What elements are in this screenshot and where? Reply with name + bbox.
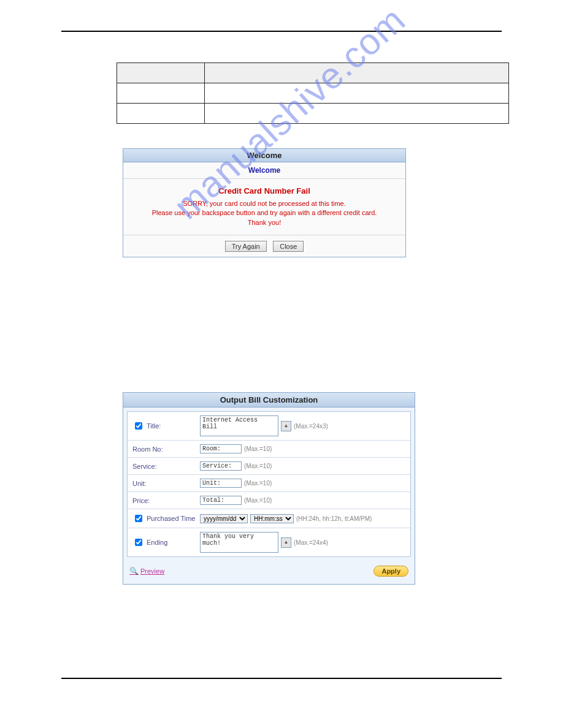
- title-hint: (Max.=24x3): [294, 423, 328, 430]
- close-button[interactable]: Close: [273, 241, 304, 252]
- price-hint: (Max.=10): [244, 497, 272, 504]
- blank-table: [117, 63, 509, 124]
- ending-checkbox[interactable]: [135, 539, 142, 546]
- scroll-up-icon[interactable]: ▲: [281, 537, 291, 548]
- preview-link[interactable]: 🔍 Preview: [129, 567, 164, 575]
- purchased-label: Purchased Time: [147, 515, 195, 522]
- panel-title: Welcome: [123, 149, 405, 162]
- bottom-rule: [61, 678, 502, 679]
- fail-heading: Credit Card Number Fail: [123, 179, 405, 199]
- ending-textarea[interactable]: Thank you very much!: [200, 532, 278, 553]
- date-format-select[interactable]: yyyy/mm/dd: [200, 514, 248, 523]
- room-label: Room No:: [132, 446, 163, 453]
- purchased-hint: (HH:24h, hh:12h, tt:AM/PM): [296, 515, 372, 522]
- unit-label: Unit:: [132, 480, 147, 487]
- apply-button[interactable]: Apply: [373, 566, 408, 577]
- fail-message: SORRY, your card could not be processed …: [123, 199, 405, 235]
- price-input[interactable]: [200, 496, 242, 505]
- ending-hint: (Max.=24x4): [294, 539, 328, 546]
- service-hint: (Max.=10): [244, 463, 272, 469]
- time-format-select[interactable]: HH:mm:ss: [250, 514, 294, 523]
- magnify-icon: 🔍: [129, 567, 139, 575]
- service-input[interactable]: [200, 461, 242, 471]
- output-bill-panel: Output Bill Customization Title: Interne…: [123, 392, 415, 585]
- service-label: Service:: [132, 463, 157, 470]
- purchased-checkbox[interactable]: [135, 515, 142, 522]
- scroll-up-icon[interactable]: ▲: [281, 421, 291, 431]
- panel-title: Output Bill Customization: [123, 393, 415, 408]
- room-hint: (Max.=10): [244, 446, 272, 452]
- unit-input[interactable]: [200, 479, 242, 488]
- top-rule: [61, 31, 502, 32]
- welcome-panel: Welcome Welcome Credit Card Number Fail …: [123, 148, 406, 257]
- ending-label: Ending: [147, 539, 167, 546]
- price-label: Price:: [132, 497, 150, 504]
- room-input[interactable]: [200, 444, 242, 453]
- welcome-subtitle: Welcome: [123, 162, 405, 179]
- title-label: Title:: [147, 422, 161, 430]
- title-textarea[interactable]: Internet Access Bill: [200, 415, 278, 436]
- try-again-button[interactable]: Try Again: [225, 241, 267, 252]
- title-checkbox[interactable]: [135, 422, 142, 430]
- unit-hint: (Max.=10): [244, 480, 272, 487]
